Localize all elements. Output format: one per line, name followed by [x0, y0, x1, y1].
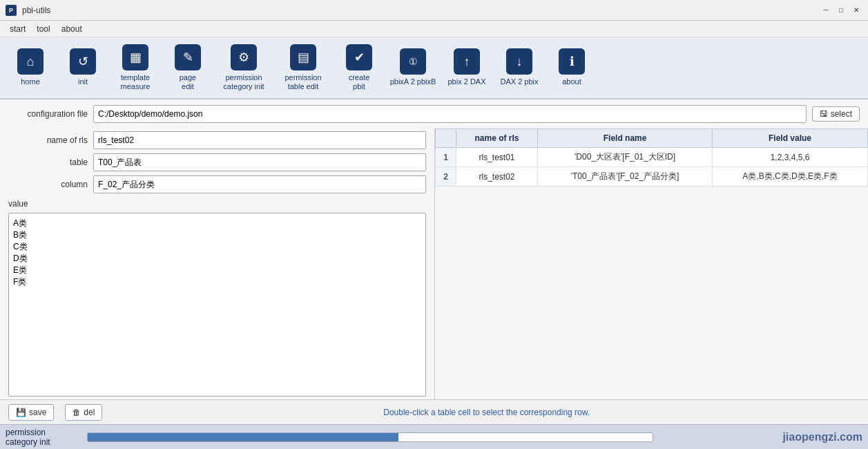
left-panel: name of rls table column value — [0, 128, 435, 399]
DAX2pbix-icon: ↓ — [506, 48, 532, 75]
app-icon: P — [6, 5, 17, 16]
del-icon: 🗑 — [73, 408, 81, 417]
toolbar-home[interactable]: ⌂ home — [6, 40, 55, 95]
menu-start[interactable]: start — [4, 23, 31, 35]
toolbar-about[interactable]: ℹ about — [547, 40, 597, 95]
right-panel: name of rls Field name Field value 1 rls… — [435, 128, 868, 399]
toolbar-permission-category-init[interactable]: ⚙ permission category init — [215, 40, 272, 95]
toolbar-permission-table-edit[interactable]: ▤ permission table edit — [275, 40, 331, 95]
table-body: 1 rls_test01 'D00_大区表'[F_01_大区ID] 1,2,3,… — [436, 148, 868, 187]
status-bar: permission category init jiaopengzi.com — [0, 424, 868, 449]
permission-category-init-icon: ⚙ — [231, 44, 257, 70]
table-label: table — [8, 157, 88, 167]
select-button[interactable]: 🖫 select — [812, 106, 860, 122]
save-button[interactable]: 💾 save — [8, 404, 54, 421]
row-field-value[interactable]: 1,2,3,4,5,6 — [713, 148, 868, 167]
menu-about[interactable]: about — [56, 23, 88, 35]
value-label: value — [8, 199, 426, 209]
close-button[interactable]: ✕ — [850, 4, 862, 17]
row-name-of-rls[interactable]: rls_test02 — [456, 167, 538, 187]
col-name-of-rls-header: name of rls — [456, 129, 538, 148]
row-field-value[interactable]: A类,B类,C类,D类,E类,F类 — [713, 167, 868, 187]
column-row: column — [8, 175, 426, 193]
config-input[interactable] — [93, 105, 807, 123]
main-content: configuration file 🖫 select name of rls … — [0, 99, 868, 424]
del-button[interactable]: 🗑 del — [65, 404, 102, 421]
row-num: 2 — [436, 167, 456, 187]
init-icon: ↺ — [70, 48, 96, 75]
col-num-header — [436, 129, 456, 148]
name-of-rls-input[interactable] — [93, 131, 426, 149]
name-of-rls-row: name of rls — [8, 131, 426, 149]
toolbar-page-edit[interactable]: ✎ page edit — [163, 40, 213, 95]
bottom-bar: 💾 save 🗑 del Double-click a table cell t… — [0, 399, 868, 424]
config-row: configuration file 🖫 select — [8, 105, 860, 123]
title-text: pbi-utils — [22, 6, 50, 15]
home-icon: ⌂ — [17, 48, 44, 75]
title-bar-left: P pbi-utils — [6, 5, 50, 16]
table-input[interactable] — [93, 153, 426, 171]
value-textarea[interactable] — [8, 213, 426, 397]
toolbar: ⌂ home ↺ init ▦ template measure ✎ page … — [0, 37, 868, 99]
page-edit-icon: ✎ — [175, 44, 201, 70]
toolbar-pbixA2pbixB[interactable]: ① pbixA 2 pbixB — [387, 40, 439, 95]
toolbar-DAX2pbix[interactable]: ↓ DAX 2 pbix — [494, 40, 544, 95]
template-measure-icon: ▦ — [122, 44, 148, 70]
about-icon: ℹ — [559, 48, 585, 75]
toolbar-init[interactable]: ↺ init — [58, 40, 108, 95]
config-label: configuration file — [8, 109, 88, 119]
table-row[interactable]: 2 rls_test02 'T00_产品表'[F_02_产品分类] A类,B类,… — [436, 167, 868, 187]
window-controls: ─ □ ✕ — [820, 4, 862, 17]
menu-tool[interactable]: tool — [31, 23, 55, 35]
title-bar: P pbi-utils ─ □ ✕ — [0, 0, 868, 21]
toolbar-template-measure[interactable]: ▦ template measure — [110, 40, 160, 95]
hint-text: Double-click a table cell to select the … — [113, 408, 860, 417]
pbix2DAX-icon: ↑ — [454, 48, 480, 75]
status-progress-container — [87, 432, 653, 442]
data-table: name of rls Field name Field value 1 rls… — [435, 128, 868, 187]
toolbar-pbix2DAX[interactable]: ↑ pbix 2 DAX — [442, 40, 492, 95]
save-icon: 💾 — [16, 408, 26, 417]
create-pbit-icon: ✔ — [346, 44, 372, 70]
floppy-icon: 🖫 — [820, 109, 828, 119]
col-field-value-header: Field value — [713, 129, 868, 148]
form-area: configuration file 🖫 select — [0, 99, 868, 128]
row-num: 1 — [436, 148, 456, 167]
table-row[interactable]: 1 rls_test01 'D00_大区表'[F_01_大区ID] 1,2,3,… — [436, 148, 868, 167]
pbixA2pbixB-icon: ① — [400, 48, 426, 75]
watermark: jiaopengzi.com — [782, 431, 862, 443]
body-split: name of rls table column value name of r… — [0, 128, 868, 399]
column-label: column — [8, 180, 88, 189]
column-input[interactable] — [93, 175, 426, 193]
maximize-button[interactable]: □ — [835, 4, 847, 17]
col-field-name-header: Field name — [538, 129, 713, 148]
toolbar-create-pbit[interactable]: ✔ create pbit — [334, 40, 384, 95]
permission-table-edit-icon: ▤ — [290, 44, 316, 70]
row-field-name[interactable]: 'D00_大区表'[F_01_大区ID] — [538, 148, 713, 167]
status-label: permission category init — [6, 428, 81, 447]
table-row-field: table — [8, 153, 426, 171]
row-field-name[interactable]: 'T00_产品表'[F_02_产品分类] — [538, 167, 713, 187]
row-name-of-rls[interactable]: rls_test01 — [456, 148, 538, 167]
minimize-button[interactable]: ─ — [820, 4, 832, 17]
status-progress-bar — [88, 433, 398, 441]
name-of-rls-label: name of rls — [8, 135, 88, 145]
menu-bar: start tool about — [0, 21, 868, 37]
